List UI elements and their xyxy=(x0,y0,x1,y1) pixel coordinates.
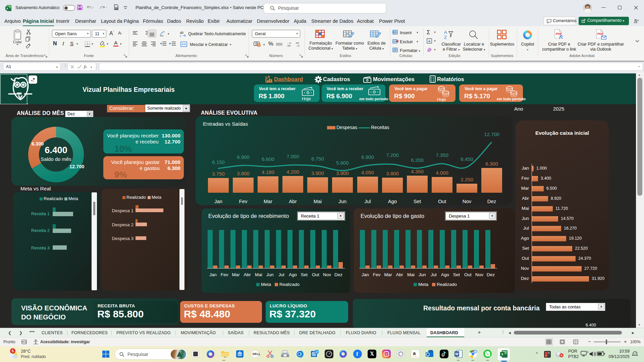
svg-text:x: x xyxy=(6,7,8,10)
svg-text:→0: →0 xyxy=(295,44,300,47)
svg-text:7: 7 xyxy=(545,355,547,357)
svg-text:PDF: PDF xyxy=(597,32,604,36)
svg-text:Z: Z xyxy=(444,35,447,40)
svg-text:z: z xyxy=(634,353,636,355)
svg-text:z: z xyxy=(637,351,638,353)
svg-text:Colar: Colar xyxy=(13,40,22,44)
svg-text:.00: .00 xyxy=(287,44,291,47)
svg-text:A: A xyxy=(444,30,447,35)
svg-text:x: x xyxy=(501,352,503,356)
svg-text:W: W xyxy=(455,352,459,356)
svg-text:PDF: PDF xyxy=(556,32,562,36)
svg-text:c: c xyxy=(180,34,181,37)
